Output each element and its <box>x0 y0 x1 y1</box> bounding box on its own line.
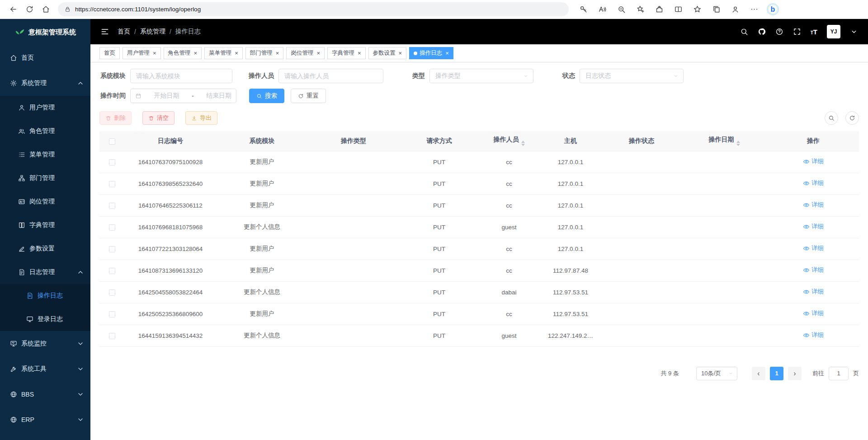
sidebar-item-bbs[interactable]: BBS <box>0 382 90 407</box>
bing-icon[interactable]: b <box>767 3 779 15</box>
help-icon[interactable] <box>775 28 783 36</box>
tab-close-icon[interactable]: × <box>358 50 361 56</box>
row-checkbox[interactable] <box>109 181 115 187</box>
operator-input[interactable] <box>278 69 383 83</box>
clear-button[interactable]: 清空 <box>142 111 175 125</box>
column-header[interactable]: 操作日期 <box>681 131 768 151</box>
detail-link[interactable]: 详细 <box>803 179 824 187</box>
browser-profile-button[interactable] <box>729 3 741 16</box>
sidebar-item-login-log[interactable]: 登录日志 <box>0 308 90 331</box>
sidebar-item-role-management[interactable]: 角色管理 <box>0 119 90 143</box>
tab-item-0[interactable]: 首页 <box>99 47 120 59</box>
detail-link[interactable]: 详细 <box>803 331 824 339</box>
select-all-checkbox[interactable] <box>109 138 115 145</box>
detail-link[interactable]: 详细 <box>803 222 824 231</box>
collections-button[interactable] <box>710 3 722 16</box>
status-select[interactable]: 日志状态 <box>580 69 684 83</box>
goto-page-input[interactable] <box>829 367 849 380</box>
sidebar-item-erp[interactable]: ERP <box>0 407 90 432</box>
font-size-icon[interactable]: TT <box>811 28 817 36</box>
tab-item-4[interactable]: 部门管理× <box>245 47 284 59</box>
sort-carets-icon[interactable] <box>521 141 525 146</box>
tab-close-icon[interactable]: × <box>153 50 156 56</box>
refresh-table-button[interactable] <box>845 111 859 125</box>
split-screen-button[interactable] <box>672 3 684 16</box>
row-checkbox[interactable] <box>109 333 115 339</box>
hamburger-icon[interactable] <box>100 27 109 36</box>
detail-link[interactable]: 详细 <box>803 266 824 274</box>
tab-item-8[interactable]: 操作日志× <box>409 47 453 59</box>
row-checkbox[interactable] <box>109 159 115 166</box>
sidebar-item-log-management[interactable]: 日志管理 <box>0 260 90 284</box>
tab-item-1[interactable]: 用户管理× <box>123 47 161 59</box>
tab-close-icon[interactable]: × <box>445 50 449 56</box>
search-button[interactable]: 搜索 <box>249 89 284 103</box>
next-page-button[interactable]: › <box>788 367 802 380</box>
tab-item-2[interactable]: 角色管理× <box>164 47 202 59</box>
tab-close-icon[interactable]: × <box>235 50 238 56</box>
detail-link[interactable]: 详细 <box>803 201 824 209</box>
address-bar[interactable]: https://ccnetcore.com:1101/system/log/op… <box>58 2 569 16</box>
export-button[interactable]: 导出 <box>185 111 217 125</box>
tab-close-icon[interactable]: × <box>316 50 320 56</box>
read-aloud-button[interactable] <box>596 3 609 16</box>
sidebar-item-home[interactable]: 首页 <box>0 45 90 71</box>
current-page[interactable]: 1 <box>770 367 783 380</box>
reset-button[interactable]: 重置 <box>291 89 326 103</box>
browser-home-button[interactable] <box>38 2 53 17</box>
sidebar-item-user-management[interactable]: 用户管理 <box>0 96 90 119</box>
date-range-picker[interactable]: 开始日期 - 结束日期 <box>130 89 236 103</box>
fullscreen-icon[interactable] <box>793 28 801 36</box>
sidebar-item-post-management[interactable]: 岗位管理 <box>0 190 90 213</box>
row-checkbox[interactable] <box>109 268 115 274</box>
tab-close-icon[interactable]: × <box>399 50 402 56</box>
password-key-button[interactable] <box>577 3 590 16</box>
prev-page-button[interactable]: ‹ <box>752 367 765 380</box>
column-header[interactable]: 操作人员 <box>479 131 539 151</box>
row-checkbox[interactable] <box>109 289 115 296</box>
detail-link[interactable]: 详细 <box>803 288 824 296</box>
sidebar-item-operation-log[interactable]: 操作日志 <box>0 284 90 308</box>
tab-close-icon[interactable]: × <box>194 50 198 56</box>
sidebar-item-dept-management[interactable]: 部门管理 <box>0 166 90 190</box>
delete-button[interactable]: 删除 <box>99 111 132 125</box>
toggle-search-button[interactable] <box>825 111 838 125</box>
tab-item-3[interactable]: 菜单管理× <box>204 47 243 59</box>
cell-log-id: 1642504558053822464 <box>125 281 216 303</box>
sidebar-item-dict-management[interactable]: 字典管理 <box>0 213 90 237</box>
zoom-out-button[interactable] <box>615 3 627 16</box>
extensions-button[interactable] <box>653 3 665 16</box>
detail-link[interactable]: 详细 <box>803 157 824 166</box>
tab-item-5[interactable]: 岗位管理× <box>286 47 325 59</box>
detail-link[interactable]: 详细 <box>803 244 824 252</box>
search-icon[interactable] <box>740 28 748 36</box>
row-checkbox[interactable] <box>109 246 115 252</box>
sidebar-item-param-settings[interactable]: 参数设置 <box>0 237 90 260</box>
row-checkbox[interactable] <box>109 203 115 209</box>
tab-item-7[interactable]: 参数设置× <box>368 47 407 59</box>
tab-close-icon[interactable]: × <box>276 50 279 56</box>
type-select[interactable]: 操作类型 <box>429 69 533 83</box>
add-favorite-button[interactable] <box>634 3 646 16</box>
sidebar-item-yi-framework[interactable]: Yi框架 <box>0 432 90 440</box>
breadcrumb-item[interactable]: 系统管理 <box>140 28 165 36</box>
github-icon[interactable] <box>758 28 766 36</box>
module-input[interactable] <box>130 69 232 83</box>
tab-item-6[interactable]: 字典管理× <box>327 47 366 59</box>
avatar[interactable]: YJ <box>827 25 840 38</box>
favorites-button[interactable] <box>691 3 703 16</box>
sidebar-item-system-tools[interactable]: 系统工具 <box>0 356 90 382</box>
page-size-select[interactable]: 10条/页 <box>696 367 737 380</box>
sidebar-item-system-management[interactable]: 系统管理 <box>0 71 90 96</box>
browser-more-button[interactable] <box>748 3 760 16</box>
chevron-down-icon[interactable] <box>850 28 858 36</box>
sidebar-item-system-monitor[interactable]: 系统监控 <box>0 331 90 356</box>
detail-link[interactable]: 详细 <box>803 309 824 317</box>
row-checkbox[interactable] <box>109 311 115 317</box>
browser-back-button[interactable] <box>5 2 21 17</box>
breadcrumb-item[interactable]: 首页 <box>118 28 130 36</box>
sidebar-item-menu-management[interactable]: 菜单管理 <box>0 143 90 166</box>
sort-carets-icon[interactable] <box>736 141 740 146</box>
row-checkbox[interactable] <box>109 224 115 231</box>
browser-refresh-button[interactable] <box>22 2 37 17</box>
